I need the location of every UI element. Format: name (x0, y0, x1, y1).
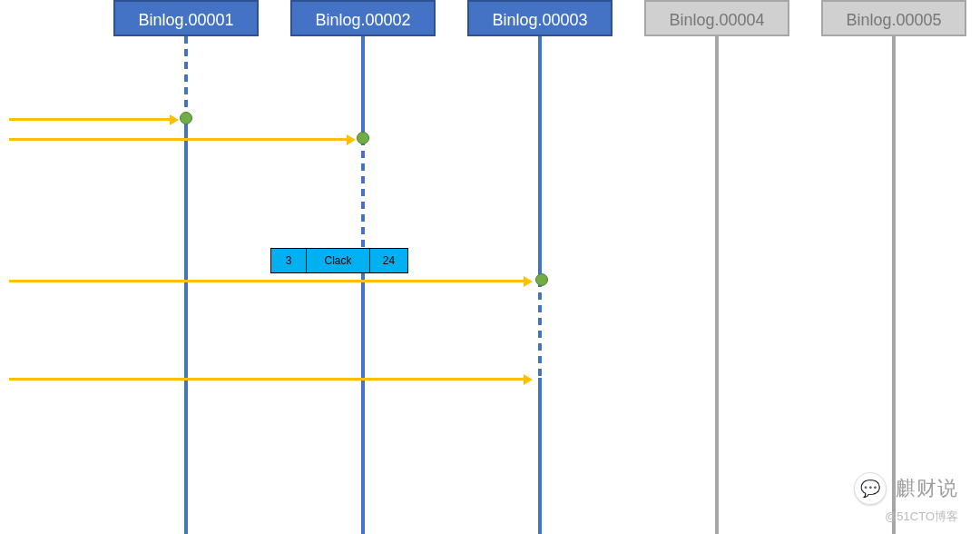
dot-lane2 (357, 132, 369, 144)
dot-lane3 (535, 273, 548, 286)
diagram-canvas: Binlog.00001 Binlog.00002 Binlog.00003 B… (0, 0, 980, 534)
watermark-sub: @51CTO博客 (885, 509, 958, 525)
lane-header-binlog1: Binlog.00001 (113, 0, 259, 36)
record-cell-id: 3 (270, 248, 307, 273)
lane-line-binlog5 (892, 36, 896, 534)
lane3-dashed (538, 280, 542, 378)
lane1-dashed-pre (184, 36, 188, 118)
record-cell-val: 24 (370, 248, 408, 273)
lane-header-binlog3: Binlog.00003 (467, 0, 612, 36)
record-box: 3 Clack 24 (270, 248, 408, 273)
watermark-text: 麒财说 (896, 475, 958, 502)
lane-header-binlog4: Binlog.00004 (644, 0, 789, 36)
arrow-to-lane3-upper (9, 280, 529, 282)
lane-header-binlog5: Binlog.00005 (821, 0, 966, 36)
lane-header-binlog2: Binlog.00002 (290, 0, 436, 36)
dot-lane1 (180, 112, 192, 124)
arrow-to-lane1 (9, 118, 175, 121)
watermark-main: 💬 麒财说 (854, 472, 958, 505)
wechat-icon: 💬 (854, 472, 887, 505)
arrow-to-lane2 (9, 138, 352, 141)
lane-line-binlog2 (361, 36, 365, 534)
arrow-to-lane3-lower (9, 378, 529, 381)
lane2-dashed (361, 138, 365, 248)
lane-line-binlog4 (715, 36, 719, 534)
record-cell-name: Clack (307, 248, 370, 273)
